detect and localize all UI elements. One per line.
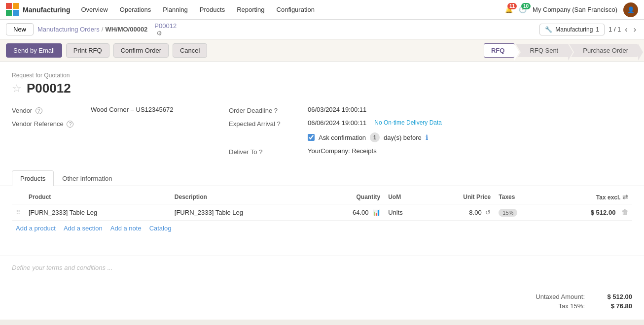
form-left-fields: Vendor ? Wood Corner – US12345672 Vendor…	[12, 106, 209, 161]
print-rfq-button[interactable]: Print RFQ	[66, 43, 109, 58]
add-product-link[interactable]: Add a product	[16, 225, 56, 232]
manufacturing-link-badge[interactable]: 🔧 Manufacturing 1	[539, 24, 605, 35]
form-fields-row: Vendor ? Wood Corner – US12345672 Vendor…	[12, 106, 632, 161]
svg-rect-0	[6, 3, 12, 9]
nav-planning[interactable]: Planning	[158, 4, 193, 15]
row-quantity[interactable]: 64.00 📊	[317, 204, 385, 221]
status-rfq-sent-label: RFQ Sent	[530, 47, 558, 54]
expected-arrival-row: Expected Arrival ? 06/06/2024 19:00:11 N…	[229, 119, 632, 128]
breadcrumb-current[interactable]: WH/MO/00002	[105, 26, 147, 33]
nav-reporting[interactable]: Reporting	[232, 4, 269, 15]
row-delete-icon[interactable]: 🗑	[621, 208, 628, 216]
favorite-star-icon[interactable]: ☆	[12, 82, 22, 95]
tax-row: Tax 15%: $ 76.80	[12, 302, 632, 310]
expected-arrival-value[interactable]: 06/06/2024 19:00:11	[308, 119, 366, 127]
status-pipeline: RFQ RFQ Sent Purchase Order	[484, 43, 638, 58]
wrench-icon: 🔧	[545, 26, 552, 33]
clock-badge: 10	[521, 3, 531, 9]
cancel-button[interactable]: Cancel	[173, 43, 207, 58]
add-note-link[interactable]: Add a note	[110, 225, 142, 232]
svg-rect-3	[13, 10, 19, 16]
confirm-order-button[interactable]: Confirm Order	[113, 43, 169, 58]
app-logo[interactable]: Manufacturing	[6, 3, 70, 17]
settings-gear-icon[interactable]: ⚙	[156, 30, 177, 37]
main-form: Request for Quotation ☆ P00012 Vendor ? …	[0, 62, 644, 320]
column-adjust-icon[interactable]: ⇄	[622, 193, 628, 201]
terms-placeholder[interactable]: Define your terms and conditions ...	[12, 264, 113, 271]
vendor-ref-row: Vendor Reference ?	[12, 119, 209, 128]
nav-products[interactable]: Products	[195, 4, 230, 15]
vendor-ref-help-icon[interactable]: ?	[67, 121, 73, 128]
vendor-value[interactable]: Wood Corner – US12345672	[91, 106, 173, 113]
new-button[interactable]: New	[6, 23, 34, 35]
mfg-badge-label: Manufacturing	[555, 26, 593, 33]
tab-products[interactable]: Products	[12, 170, 54, 186]
vendor-ref-label: Vendor Reference ?	[12, 119, 91, 128]
ask-confirmation-checkbox[interactable]	[308, 134, 315, 141]
pagination-prev-button[interactable]: ‹	[623, 24, 629, 35]
order-deadline-value[interactable]: 06/03/2024 19:00:11	[308, 106, 366, 113]
col-tax-excl-header: Tax excl. ⇄	[545, 190, 632, 204]
ask-confirmation-control: Ask confirmation 1 day(s) before ℹ	[308, 132, 428, 142]
order-deadline-row: Order Deadline ? 06/03/2024 19:00:11	[229, 106, 632, 114]
status-rfq-label: RFQ	[491, 47, 504, 54]
deliver-to-help-icon[interactable]: ?	[259, 148, 262, 156]
status-purchase-order-label: Purchase Order	[583, 47, 628, 54]
col-description-header: Description	[171, 190, 317, 204]
breadcrumb-parent-link[interactable]: Manufacturing Orders	[37, 26, 100, 33]
clock-notification-button[interactable]: 🕐 10	[519, 6, 527, 13]
untaxed-value: $ 512.00	[593, 293, 632, 300]
catalog-link[interactable]: Catalog	[149, 225, 172, 232]
row-uom[interactable]: Units	[384, 204, 427, 221]
row-unit-price[interactable]: 8.00 ↺	[427, 204, 495, 221]
nav-overview[interactable]: Overview	[76, 4, 112, 15]
col-taxes-header: Taxes	[495, 190, 545, 204]
add-section-link[interactable]: Add a section	[64, 225, 103, 232]
top-nav-right: 🔔 11 🕐 10 My Company (San Francisco) 👤	[505, 2, 638, 17]
pagination-next-button[interactable]: ›	[632, 24, 638, 35]
untaxed-label: Untaxed Amount:	[516, 293, 585, 300]
vendor-help-icon[interactable]: ?	[36, 107, 42, 114]
bell-notification-button[interactable]: 🔔 11	[505, 6, 513, 13]
expected-arrival-label: Expected Arrival ?	[229, 119, 308, 128]
row-product[interactable]: [FURN_2333] Table Leg	[25, 204, 171, 221]
breadcrumb: Manufacturing Orders / WH/MO/00002	[37, 26, 149, 33]
row-description[interactable]: [FURN_2333] Table Leg	[171, 204, 317, 221]
unit-price-refresh-icon[interactable]: ↺	[485, 209, 491, 216]
form-right-fields: Order Deadline ? 06/03/2024 19:00:11 Exp…	[229, 106, 632, 161]
deliver-to-row: Deliver To ? YourCompany: Receipts	[229, 147, 632, 156]
row-taxes[interactable]: 15%	[495, 204, 545, 221]
col-unit-price-header: Unit Price	[427, 190, 495, 204]
table-row: ⠿ [FURN_2333] Table Leg [FURN_2333] Tabl…	[12, 204, 632, 221]
ask-confirmation-count: 1	[370, 132, 380, 142]
expected-arrival-help-icon[interactable]: ?	[277, 120, 281, 128]
deliver-to-label: Deliver To ?	[229, 147, 308, 156]
nav-configuration[interactable]: Configuration	[272, 4, 320, 15]
tab-other-information[interactable]: Other Information	[54, 170, 120, 186]
totals-section: Untaxed Amount: $ 512.00 Tax 15%: $ 76.8…	[0, 285, 644, 320]
doc-type-label: Request for Quotation	[12, 72, 632, 79]
send-email-button[interactable]: Send by Email	[6, 43, 62, 58]
row-drag-handle[interactable]: ⠿	[12, 204, 25, 221]
products-table: Product Description Quantity UoM Unit Pr…	[12, 190, 632, 221]
tab-bar: Products Other Information	[0, 170, 644, 186]
order-deadline-label: Order Deadline ?	[229, 106, 308, 114]
order-deadline-help-icon[interactable]: ?	[274, 107, 278, 114]
status-step-purchase-order[interactable]: Purchase Order	[569, 44, 638, 57]
user-avatar[interactable]: 👤	[623, 2, 638, 17]
action-bar: Send by Email Print RFQ Confirm Order Ca…	[0, 39, 644, 62]
status-step-rfq[interactable]: RFQ	[484, 43, 515, 58]
status-step-rfq-sent[interactable]: RFQ Sent	[516, 44, 568, 57]
tax-badge: 15%	[499, 209, 517, 217]
mfg-badge-count: 1	[596, 26, 599, 33]
ask-confirmation-spacer	[229, 132, 308, 133]
company-name[interactable]: My Company (San Francisco)	[533, 6, 617, 13]
terms-section: Define your terms and conditions ...	[0, 256, 644, 285]
deliver-to-value[interactable]: YourCompany: Receipts	[308, 147, 377, 155]
quantity-chart-icon[interactable]: 📊	[372, 209, 380, 216]
no-ontime-delivery-link[interactable]: No On-time Delivery Data	[374, 119, 442, 126]
col-product-header: Product	[25, 190, 171, 204]
nav-operations[interactable]: Operations	[115, 4, 156, 15]
days-before-info-icon[interactable]: ℹ	[426, 133, 428, 141]
breadcrumb-bar: New Manufacturing Orders / WH/MO/00002 P…	[0, 20, 644, 39]
